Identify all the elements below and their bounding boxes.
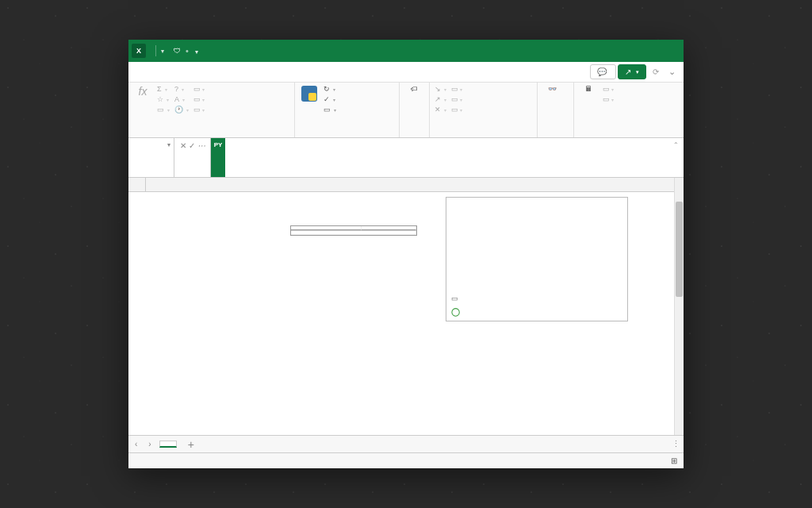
scrollbar-thumb[interactable] <box>676 202 683 297</box>
text-button[interactable]: A <box>173 94 190 104</box>
python-icon <box>301 86 317 102</box>
aux-3-button[interactable]: ▭ <box>450 105 464 114</box>
watch-window-button[interactable]: 👓 <box>541 84 563 105</box>
excel-window: X ▾ 🛡 • 💬 ↗ ⟳ ⌄ fx Σ ☆ ▭ <box>128 40 684 468</box>
shield-icon: 🛡 <box>174 47 181 55</box>
collapse-formula-icon[interactable]: ⌃ <box>673 141 679 150</box>
sheet-next-button[interactable]: › <box>145 438 154 450</box>
save-state[interactable] <box>195 46 198 56</box>
ribbon-tabs: 💬 ↗ ⟳ ⌄ <box>128 62 684 83</box>
financial-button[interactable]: ▭ <box>155 105 171 114</box>
status-bar: ⊞ <box>128 452 684 468</box>
sheet-tabs: ‹ › + ⋮ <box>128 435 684 452</box>
formula-buttons: ✕ ✓ ⋯ <box>174 138 211 177</box>
trace-precedents-button[interactable]: ↘ <box>433 84 448 94</box>
close-button[interactable] <box>652 40 680 62</box>
watch-icon: 👓 <box>544 86 560 102</box>
more-1-button[interactable]: ▭ <box>192 84 206 94</box>
add-sheet-button[interactable]: + <box>182 438 201 451</box>
vertical-scrollbar[interactable] <box>674 178 684 435</box>
autosum-button[interactable]: Σ <box>155 84 171 94</box>
tag-icon: 🏷 <box>406 86 422 102</box>
dataframe-output <box>290 225 417 236</box>
catchup-button[interactable]: ⟳ <box>648 65 664 79</box>
display-settings-button[interactable]: ⊞ <box>671 456 677 465</box>
reset-button[interactable]: ↻ <box>322 84 338 94</box>
image-output-panel: ▭ <box>446 197 628 321</box>
accept-formula-icon[interactable]: ✓ <box>189 141 195 150</box>
fx-icon[interactable]: ⋯ <box>197 141 205 150</box>
sheet-options-icon[interactable]: ⋮ <box>672 439 680 449</box>
remove-arrows-button[interactable]: ✕ <box>433 105 448 114</box>
ribbon: fx Σ ☆ ▭ ? A 🕐 ▭ ▭ ▭ <box>128 83 684 138</box>
grid-area: ▭ <box>128 178 684 435</box>
name-box[interactable]: ▾ <box>128 138 174 177</box>
insert-function-button[interactable]: fx <box>132 84 154 105</box>
calc-options-button[interactable]: 🖩 <box>577 84 599 105</box>
spreadsheet-grid[interactable]: ▭ <box>128 178 674 435</box>
select-all-corner[interactable] <box>128 178 146 191</box>
calculator-icon: 🖩 <box>580 86 596 102</box>
app-menu-icon[interactable]: ▾ <box>161 48 164 55</box>
aux-2-button[interactable]: ▭ <box>450 94 464 104</box>
insert-python-button[interactable] <box>298 84 320 105</box>
excel-app-icon: X <box>132 44 146 58</box>
ribbon-collapse-icon[interactable]: ⌄ <box>665 67 679 77</box>
maximize-button[interactable] <box>623 40 652 62</box>
calc-now-button[interactable]: ▭ <box>601 84 615 94</box>
defined-names-button[interactable]: 🏷 <box>403 84 425 105</box>
python-mode-badge: PY <box>211 138 225 177</box>
calc-sheet-button[interactable]: ▭ <box>601 94 615 104</box>
minimize-button[interactable] <box>595 40 623 62</box>
bar-chart <box>451 202 624 290</box>
sheet-tab-active[interactable] <box>159 441 177 448</box>
datetime-button[interactable]: 🕐 <box>173 105 190 114</box>
more-3-button[interactable]: ▭ <box>192 105 206 114</box>
more-2-button[interactable]: ▭ <box>192 94 206 104</box>
sheet-prev-button[interactable]: ‹ <box>132 438 140 450</box>
size-value: ▭ <box>451 294 622 302</box>
diagnostics-button[interactable]: ✓ <box>322 94 338 104</box>
formula-bar-row: ▾ ✕ ✓ ⋯ PY ⌃ <box>128 138 684 178</box>
share-button[interactable]: ↗ <box>618 64 646 79</box>
recently-used-button[interactable]: ☆ <box>155 94 171 104</box>
titlebar: X ▾ 🛡 • <box>128 40 684 62</box>
cancel-formula-icon[interactable]: ✕ <box>180 141 186 150</box>
aux-1-button[interactable]: ▭ <box>450 84 464 94</box>
trace-dependents-button[interactable]: ↗ <box>433 94 448 104</box>
initialization-button[interactable]: ▭ <box>322 105 338 114</box>
logical-button[interactable]: ? <box>173 84 190 94</box>
formula-bar[interactable]: ⌃ <box>225 138 684 177</box>
anaconda-logo <box>451 307 622 316</box>
comments-button[interactable]: 💬 <box>590 64 616 79</box>
